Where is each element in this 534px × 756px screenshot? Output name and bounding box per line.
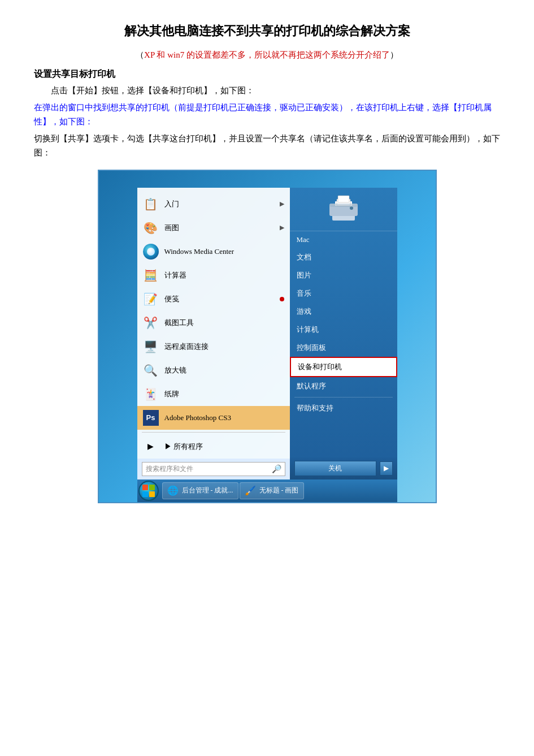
menu-item-snip[interactable]: ✂️ 截图工具: [137, 311, 290, 335]
huatu-arrow: ▶: [280, 224, 284, 231]
screenshot-container: 📋 入门 ▶ 🎨 画图 ▶ Windows Media Center: [98, 170, 437, 503]
menu-left-panel: 📋 入门 ▶ 🎨 画图 ▶ Windows Media Center: [137, 188, 290, 479]
magnify-icon: 🔍: [142, 361, 160, 379]
magnify-label: 放大镜: [164, 365, 284, 375]
all-programs-icon: ▶: [142, 438, 160, 456]
subtitle-open: （: [136, 50, 144, 59]
cards-icon: 🃏: [142, 385, 160, 403]
notes-label: 便笺: [164, 294, 273, 304]
page-title: 解决其他电脑连接不到共享的打印机的综合解决方案: [34, 23, 500, 40]
body-text-1: 点击【开始】按钮，选择【设备和打印机】，如下图：: [34, 84, 500, 98]
section-heading: 设置共享目标打印机: [34, 68, 500, 80]
right-menu-separator: [294, 397, 393, 398]
huatu-icon: 🎨: [142, 219, 160, 237]
notes-dot: [280, 297, 284, 301]
snip-label: 截图工具: [164, 318, 284, 328]
menu-item-ps[interactable]: Ps Adobe Photoshop CS3: [137, 406, 290, 430]
taskbar-btn2-icon: 🖌️: [245, 485, 256, 496]
menu-item-huatu[interactable]: 🎨 画图 ▶: [137, 216, 290, 240]
svg-rect-6: [329, 204, 358, 207]
menu-item-magnify[interactable]: 🔍 放大镜: [137, 358, 290, 382]
right-item-control[interactable]: 控制面板: [290, 339, 397, 357]
body-text-3: 切换到【共享】选项卡，勾选【共享这台打印机】，并且设置一个共享名（请记住该共享名…: [34, 132, 500, 161]
taskbar-btn-2[interactable]: 🖌️ 无标题 - 画图: [240, 482, 304, 499]
all-programs-label: ▶ 所有程序: [164, 442, 284, 452]
subtitle-close: ）: [390, 50, 398, 59]
printer-icon-area: [290, 192, 397, 231]
printer-icon: [324, 192, 363, 226]
search-area: 搜索程序和文件 🔎: [137, 459, 290, 479]
right-item-computer[interactable]: 计算机: [290, 321, 397, 339]
body-text-2: 在弹出的窗口中找到想共享的打印机（前提是打印机已正确连接，驱动已正确安装），在该…: [34, 101, 500, 129]
start-button[interactable]: [138, 481, 159, 501]
huatu-label: 画图: [164, 223, 275, 233]
search-icon: 🔎: [272, 464, 281, 474]
right-item-mac[interactable]: Mac: [290, 231, 397, 248]
ps-label: Adobe Photoshop CS3: [164, 413, 284, 422]
taskbar-btn2-text: 无标题 - 画图: [259, 486, 299, 495]
cards-label: 纸牌: [164, 389, 284, 399]
menu-item-notes[interactable]: 📝 便笺: [137, 287, 290, 311]
search-box[interactable]: 搜索程序和文件 🔎: [142, 462, 285, 476]
taskbar-btn1-text: 后台管理 - 成就...: [182, 486, 233, 495]
calc-label: 计算器: [164, 270, 284, 280]
rumen-arrow: ▶: [280, 200, 284, 208]
start-menu: 📋 入门 ▶ 🎨 画图 ▶ Windows Media Center: [137, 188, 397, 479]
notes-icon: 📝: [142, 290, 160, 308]
menu-item-wmc[interactable]: Windows Media Center: [137, 240, 290, 263]
menu-items-list: 📋 入门 ▶ 🎨 画图 ▶ Windows Media Center: [137, 188, 290, 459]
windows-logo-icon: [142, 485, 155, 497]
menu-item-all-programs[interactable]: ▶ ▶ 所有程序: [137, 435, 290, 459]
rdp-label: 远程桌面连接: [164, 342, 284, 352]
rumen-label: 入门: [164, 199, 275, 209]
shutdown-area: 关机 ▶: [290, 457, 397, 479]
taskbar-btn-1[interactable]: 🌐 后台管理 - 成就...: [162, 482, 238, 499]
svg-rect-4: [338, 196, 349, 202]
wmc-icon: [142, 243, 160, 261]
snip-icon: ✂️: [142, 314, 160, 332]
right-item-devices[interactable]: 设备和打印机: [290, 357, 397, 377]
right-item-docs[interactable]: 文档: [290, 248, 397, 266]
menu-separator: [142, 432, 285, 433]
subtitle-content: XP 和 win7 的设置都差不多，所以就不再把这两个系统分开介绍了: [144, 50, 390, 59]
taskbar-btn1-icon: 🌐: [167, 485, 179, 496]
taskbar: 🌐 后台管理 - 成就... 🖌️ 无标题 - 画图: [137, 479, 397, 502]
menu-item-rdp[interactable]: 🖥️ 远程桌面连接: [137, 335, 290, 358]
right-item-pics[interactable]: 图片: [290, 266, 397, 284]
ps-icon: Ps: [142, 409, 160, 427]
shutdown-button[interactable]: 关机: [294, 461, 376, 476]
menu-item-rumen[interactable]: 📋 入门 ▶: [137, 192, 290, 216]
right-item-games[interactable]: 游戏: [290, 303, 397, 321]
wmc-label: Windows Media Center: [164, 247, 284, 256]
shutdown-arrow-button[interactable]: ▶: [380, 461, 393, 476]
menu-item-cards[interactable]: 🃏 纸牌: [137, 382, 290, 406]
right-item-music[interactable]: 音乐: [290, 284, 397, 303]
calc-icon: 🧮: [142, 266, 160, 284]
printer-svg: [327, 193, 361, 224]
right-item-default[interactable]: 默认程序: [290, 377, 397, 395]
rumen-icon: 📋: [142, 195, 160, 213]
rdp-icon: 🖥️: [142, 338, 160, 356]
right-item-help[interactable]: 帮助和支持: [290, 399, 397, 417]
menu-right-panel: Mac 文档 图片 音乐 游戏 计算机 控制面板 设备和打印机 默认程序 帮助和…: [290, 188, 397, 479]
menu-item-calc[interactable]: 🧮 计算器: [137, 263, 290, 287]
search-placeholder-text: 搜索程序和文件: [146, 464, 270, 474]
